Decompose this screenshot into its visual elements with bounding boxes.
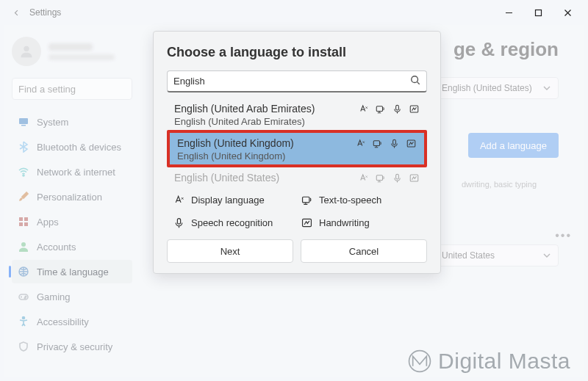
feature-icons — [358, 104, 420, 115]
display-language-icon — [358, 104, 369, 115]
svg-rect-25 — [303, 197, 309, 203]
svg-rect-0 — [535, 10, 541, 15]
language-option[interactable]: English (United Kingdom) English (United… — [167, 130, 427, 167]
back-icon[interactable] — [6, 2, 26, 23]
text-to-speech-icon — [372, 138, 383, 149]
language-search-input[interactable] — [173, 76, 410, 87]
legend-text-to-speech: Text-to-speech — [301, 194, 421, 206]
speech-recognition-icon — [392, 104, 403, 115]
speech-recognition-icon — [173, 217, 185, 229]
app-title: Settings — [29, 7, 61, 18]
feature-legend: Display language Text-to-speech Speech r… — [167, 186, 427, 232]
feature-icons — [355, 138, 417, 149]
text-to-speech-icon — [301, 194, 313, 206]
handwriting-icon — [409, 173, 420, 184]
language-primary-label: English (United States) — [174, 172, 358, 184]
legend-handwriting: Handwriting — [301, 217, 421, 229]
language-search[interactable] — [167, 70, 427, 92]
svg-point-15 — [412, 76, 418, 82]
speech-recognition-icon — [392, 173, 403, 184]
next-button[interactable]: Next — [167, 239, 293, 263]
language-primary-label: English (United Arab Emirates) — [174, 103, 358, 115]
handwriting-icon — [409, 104, 420, 115]
svg-rect-20 — [393, 139, 396, 145]
speech-recognition-icon — [389, 138, 400, 149]
language-install-dialog: Choose a language to install English (Un… — [153, 31, 441, 274]
svg-rect-22 — [376, 175, 382, 180]
display-language-icon — [358, 173, 369, 184]
watermark-text: Digital Masta — [438, 349, 570, 374]
cancel-button[interactable]: Cancel — [301, 239, 427, 263]
text-to-speech-icon — [375, 173, 386, 184]
svg-rect-23 — [396, 174, 399, 179]
language-option: English (United States) — [167, 167, 427, 186]
watermark: Digital Masta — [407, 349, 570, 374]
handwriting-icon — [301, 217, 313, 229]
minimize-button[interactable] — [494, 2, 523, 23]
dialog-title: Choose a language to install — [167, 45, 427, 60]
svg-rect-19 — [373, 140, 379, 145]
handwriting-icon — [406, 138, 417, 149]
language-sub-label: English (United Kingdom) — [177, 149, 417, 162]
language-sub-label: English (United Arab Emirates) — [174, 115, 420, 127]
svg-rect-26 — [177, 219, 180, 225]
language-primary-label: English (United Kingdom) — [177, 137, 355, 149]
display-language-icon — [173, 194, 185, 206]
maximize-button[interactable] — [523, 2, 553, 23]
legend-speech-recognition: Speech recognition — [173, 217, 293, 229]
language-option[interactable]: English (United Arab Emirates) English (… — [167, 98, 427, 130]
language-list: English (United Arab Emirates) English (… — [167, 98, 427, 186]
close-button[interactable] — [553, 2, 582, 23]
titlebar: Settings — [0, 0, 588, 25]
feature-icons — [358, 173, 420, 184]
svg-rect-17 — [396, 105, 399, 110]
svg-rect-16 — [376, 106, 382, 111]
display-language-icon — [355, 138, 366, 149]
search-icon — [410, 75, 420, 88]
watermark-logo-icon — [407, 349, 432, 374]
legend-display-language: Display language — [173, 194, 293, 206]
text-to-speech-icon — [375, 104, 386, 115]
